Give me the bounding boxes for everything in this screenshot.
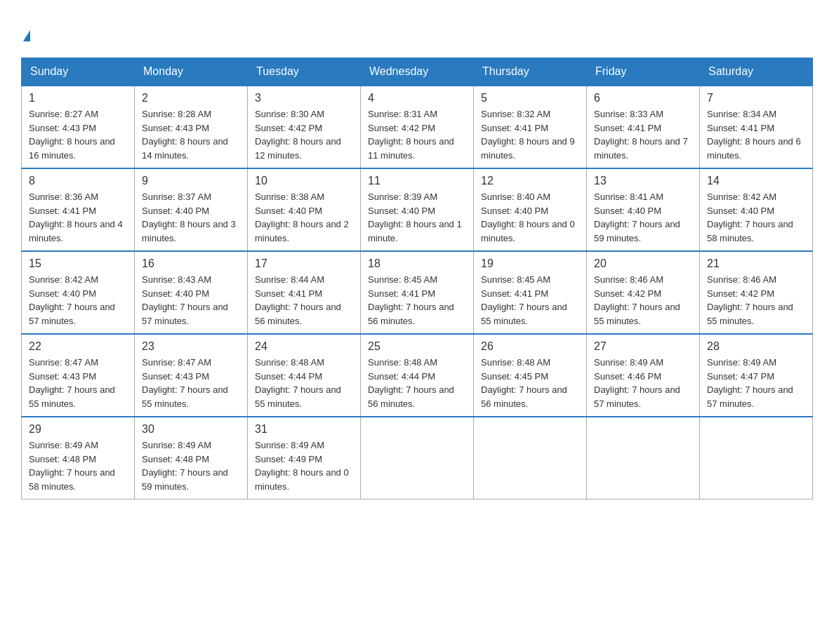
day-number: 20 [594,257,692,270]
header-wednesday: Wednesday [361,58,474,86]
calendar-table: SundayMondayTuesdayWednesdayThursdayFrid… [21,58,813,499]
day-number: 11 [368,175,466,187]
day-number: 8 [29,175,127,187]
day-info: Sunrise: 8:31 AM Sunset: 4:42 PM Dayligh… [368,107,466,162]
day-info: Sunrise: 8:37 AM Sunset: 4:40 PM Dayligh… [142,190,240,245]
header-friday: Friday [587,58,700,86]
day-number: 3 [255,92,353,105]
calendar-cell: 31 Sunrise: 8:49 AM Sunset: 4:49 PM Dayl… [248,417,361,499]
day-number: 21 [707,257,805,270]
day-info: Sunrise: 8:32 AM Sunset: 4:41 PM Dayligh… [481,107,579,162]
calendar-cell [361,417,474,499]
day-number: 31 [255,423,353,436]
day-number: 29 [29,423,127,436]
header-thursday: Thursday [474,58,587,86]
day-number: 12 [481,175,579,187]
day-number: 7 [707,92,805,105]
day-info: Sunrise: 8:39 AM Sunset: 4:40 PM Dayligh… [368,190,466,245]
calendar-cell: 15 Sunrise: 8:42 AM Sunset: 4:40 PM Dayl… [22,251,135,334]
week-row-4: 22 Sunrise: 8:47 AM Sunset: 4:43 PM Dayl… [22,334,813,417]
day-info: Sunrise: 8:49 AM Sunset: 4:48 PM Dayligh… [142,438,240,493]
day-info: Sunrise: 8:48 AM Sunset: 4:44 PM Dayligh… [255,356,353,410]
calendar-cell: 30 Sunrise: 8:49 AM Sunset: 4:48 PM Dayl… [135,417,248,499]
page-header [21,21,813,43]
calendar-cell: 14 Sunrise: 8:42 AM Sunset: 4:40 PM Dayl… [700,168,813,251]
day-info: Sunrise: 8:41 AM Sunset: 4:40 PM Dayligh… [594,190,692,245]
day-info: Sunrise: 8:48 AM Sunset: 4:45 PM Dayligh… [481,356,579,410]
calendar-cell: 28 Sunrise: 8:49 AM Sunset: 4:47 PM Dayl… [700,334,813,417]
header-sunday: Sunday [22,58,135,86]
calendar-cell: 2 Sunrise: 8:28 AM Sunset: 4:43 PM Dayli… [135,86,248,168]
weekday-header-row: SundayMondayTuesdayWednesdayThursdayFrid… [22,58,813,86]
day-info: Sunrise: 8:38 AM Sunset: 4:40 PM Dayligh… [255,190,353,245]
day-info: Sunrise: 8:44 AM Sunset: 4:41 PM Dayligh… [255,273,353,328]
calendar-cell [587,417,700,499]
day-info: Sunrise: 8:34 AM Sunset: 4:41 PM Dayligh… [707,107,805,162]
day-info: Sunrise: 8:40 AM Sunset: 4:40 PM Dayligh… [481,190,579,245]
day-number: 30 [142,423,240,436]
calendar-cell: 26 Sunrise: 8:48 AM Sunset: 4:45 PM Dayl… [474,334,587,417]
calendar-cell: 7 Sunrise: 8:34 AM Sunset: 4:41 PM Dayli… [700,86,813,168]
day-number: 27 [594,340,692,353]
header-saturday: Saturday [700,58,813,86]
calendar-cell: 29 Sunrise: 8:49 AM Sunset: 4:48 PM Dayl… [22,417,135,499]
day-number: 19 [481,257,579,270]
day-info: Sunrise: 8:27 AM Sunset: 4:43 PM Dayligh… [29,107,127,162]
day-number: 23 [142,340,240,353]
day-number: 22 [29,340,127,353]
day-info: Sunrise: 8:49 AM Sunset: 4:47 PM Dayligh… [707,356,805,410]
calendar-cell: 13 Sunrise: 8:41 AM Sunset: 4:40 PM Dayl… [587,168,700,251]
calendar-cell: 11 Sunrise: 8:39 AM Sunset: 4:40 PM Dayl… [361,168,474,251]
day-info: Sunrise: 8:42 AM Sunset: 4:40 PM Dayligh… [707,190,805,245]
calendar-cell: 18 Sunrise: 8:45 AM Sunset: 4:41 PM Dayl… [361,251,474,334]
header-monday: Monday [135,58,248,86]
day-info: Sunrise: 8:47 AM Sunset: 4:43 PM Dayligh… [29,356,127,410]
day-info: Sunrise: 8:49 AM Sunset: 4:49 PM Dayligh… [255,438,353,493]
calendar-cell: 25 Sunrise: 8:48 AM Sunset: 4:44 PM Dayl… [361,334,474,417]
calendar-cell: 4 Sunrise: 8:31 AM Sunset: 4:42 PM Dayli… [361,86,474,168]
day-number: 24 [255,340,353,353]
logo [21,21,30,43]
calendar-cell: 9 Sunrise: 8:37 AM Sunset: 4:40 PM Dayli… [135,168,248,251]
calendar-cell: 8 Sunrise: 8:36 AM Sunset: 4:41 PM Dayli… [22,168,135,251]
day-number: 14 [707,175,805,187]
day-info: Sunrise: 8:48 AM Sunset: 4:44 PM Dayligh… [368,356,466,410]
day-info: Sunrise: 8:45 AM Sunset: 4:41 PM Dayligh… [481,273,579,328]
week-row-3: 15 Sunrise: 8:42 AM Sunset: 4:40 PM Dayl… [22,251,813,334]
day-number: 25 [368,340,466,353]
calendar-cell: 17 Sunrise: 8:44 AM Sunset: 4:41 PM Dayl… [248,251,361,334]
calendar-cell: 19 Sunrise: 8:45 AM Sunset: 4:41 PM Dayl… [474,251,587,334]
day-number: 2 [142,92,240,105]
calendar-cell: 6 Sunrise: 8:33 AM Sunset: 4:41 PM Dayli… [587,86,700,168]
calendar-cell: 22 Sunrise: 8:47 AM Sunset: 4:43 PM Dayl… [22,334,135,417]
day-info: Sunrise: 8:46 AM Sunset: 4:42 PM Dayligh… [594,273,692,328]
day-info: Sunrise: 8:30 AM Sunset: 4:42 PM Dayligh… [255,107,353,162]
day-number: 15 [29,257,127,270]
day-number: 9 [142,175,240,187]
day-number: 16 [142,257,240,270]
week-row-1: 1 Sunrise: 8:27 AM Sunset: 4:43 PM Dayli… [22,86,813,168]
day-info: Sunrise: 8:43 AM Sunset: 4:40 PM Dayligh… [142,273,240,328]
day-number: 13 [594,175,692,187]
calendar-cell: 24 Sunrise: 8:48 AM Sunset: 4:44 PM Dayl… [248,334,361,417]
calendar-cell: 10 Sunrise: 8:38 AM Sunset: 4:40 PM Dayl… [248,168,361,251]
day-number: 17 [255,257,353,270]
day-info: Sunrise: 8:45 AM Sunset: 4:41 PM Dayligh… [368,273,466,328]
day-number: 18 [368,257,466,270]
day-number: 4 [368,92,466,105]
day-number: 26 [481,340,579,353]
day-info: Sunrise: 8:47 AM Sunset: 4:43 PM Dayligh… [142,356,240,410]
calendar-cell: 3 Sunrise: 8:30 AM Sunset: 4:42 PM Dayli… [248,86,361,168]
day-number: 5 [481,92,579,105]
calendar-cell: 21 Sunrise: 8:46 AM Sunset: 4:42 PM Dayl… [700,251,813,334]
day-number: 28 [707,340,805,353]
calendar-cell: 12 Sunrise: 8:40 AM Sunset: 4:40 PM Dayl… [474,168,587,251]
calendar-cell: 5 Sunrise: 8:32 AM Sunset: 4:41 PM Dayli… [474,86,587,168]
day-info: Sunrise: 8:49 AM Sunset: 4:46 PM Dayligh… [594,356,692,410]
week-row-5: 29 Sunrise: 8:49 AM Sunset: 4:48 PM Dayl… [22,417,813,499]
day-number: 6 [594,92,692,105]
logo-triangle-icon [23,30,30,41]
calendar-cell: 23 Sunrise: 8:47 AM Sunset: 4:43 PM Dayl… [135,334,248,417]
day-info: Sunrise: 8:46 AM Sunset: 4:42 PM Dayligh… [707,273,805,328]
calendar-cell: 16 Sunrise: 8:43 AM Sunset: 4:40 PM Dayl… [135,251,248,334]
